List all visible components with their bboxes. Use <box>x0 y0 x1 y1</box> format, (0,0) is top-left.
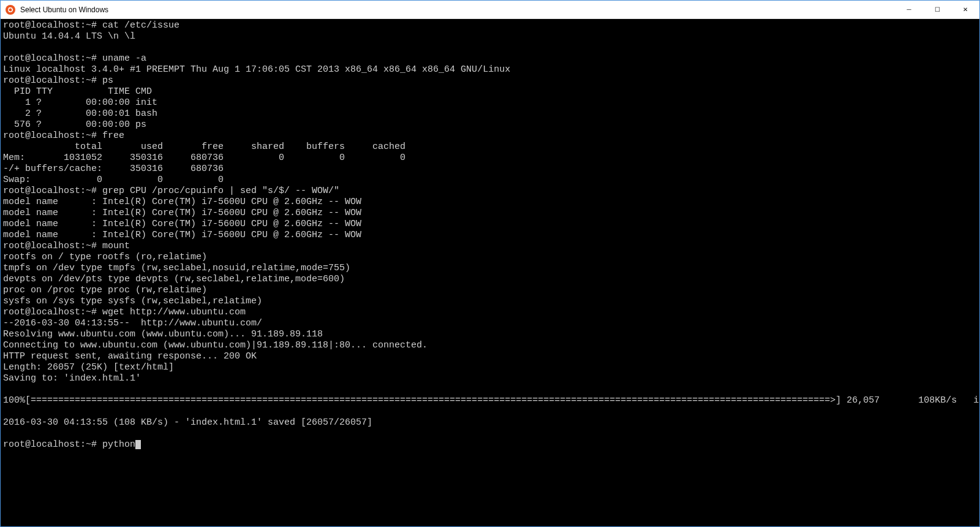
terminal-line: 576 ? 00:00:00 ps <box>3 119 977 131</box>
terminal-line: sysfs on /sys type sysfs (rw,seclabel,re… <box>3 296 977 307</box>
terminal-line: 2 ? 00:00:01 bash <box>3 108 977 119</box>
minimize-button[interactable]: ─ <box>895 1 923 18</box>
terminal-current-line[interactable]: root@localhost:~# python <box>3 439 977 450</box>
terminal-line <box>3 428 977 439</box>
window-title: Select Ubuntu on Windows <box>20 6 895 14</box>
terminal-line: Saving to: 'index.html.1' <box>3 373 977 384</box>
ubuntu-logo-icon <box>6 5 15 15</box>
terminal-line: Connecting to www.ubuntu.com (www.ubuntu… <box>3 340 977 351</box>
minimize-icon: ─ <box>907 6 911 13</box>
terminal-line: 100%[===================================… <box>3 395 977 406</box>
terminal-line: Mem: 1031052 350316 680736 0 0 0 <box>3 153 977 164</box>
terminal-line: root@localhost:~# ps <box>3 75 977 86</box>
terminal-line: Resolving www.ubuntu.com (www.ubuntu.com… <box>3 329 977 340</box>
current-input-text: python <box>102 439 135 450</box>
terminal-line: root@localhost:~# free <box>3 131 977 142</box>
terminal-line: PID TTY TIME CMD <box>3 86 977 97</box>
terminal-line: --2016-03-30 04:13:55-- http://www.ubunt… <box>3 318 977 329</box>
terminal-line: Ubuntu 14.04.4 LTS \n \l <box>3 31 977 42</box>
close-icon: ✕ <box>963 6 968 13</box>
terminal-line <box>3 42 977 53</box>
terminal-line: rootfs on / type rootfs (ro,relatime) <box>3 252 977 263</box>
close-button[interactable]: ✕ <box>951 1 979 18</box>
terminal-line: root@localhost:~# cat /etc/issue <box>3 20 977 31</box>
terminal-line: tmpfs on /dev type tmpfs (rw,seclabel,no… <box>3 263 977 274</box>
terminal-line: HTTP request sent, awaiting response... … <box>3 351 977 362</box>
maximize-button[interactable]: ☐ <box>923 1 951 18</box>
terminal-area[interactable]: root@localhost:~# cat /etc/issueUbuntu 1… <box>1 19 979 526</box>
terminal-line: model name : Intel(R) Core(TM) i7-5600U … <box>3 208 977 219</box>
terminal-line: Linux localhost 3.4.0+ #1 PREEMPT Thu Au… <box>3 64 977 75</box>
maximize-icon: ☐ <box>935 6 940 13</box>
terminal-line: root@localhost:~# wget http://www.ubuntu… <box>3 307 977 318</box>
svg-point-1 <box>12 9 13 10</box>
terminal-line: proc on /proc type proc (rw,relatime) <box>3 285 977 296</box>
app-window: Select Ubuntu on Windows ─ ☐ ✕ root@loca… <box>0 0 980 527</box>
terminal-line: 1 ? 00:00:00 init <box>3 97 977 108</box>
terminal-line: root@localhost:~# mount <box>3 241 977 252</box>
terminal-line <box>3 406 977 417</box>
terminal-line: root@localhost:~# grep CPU /proc/cpuinfo… <box>3 186 977 197</box>
terminal-line: devpts on /dev/pts type devpts (rw,secla… <box>3 274 977 285</box>
terminal-line: -/+ buffers/cache: 350316 680736 <box>3 164 977 175</box>
terminal-line: model name : Intel(R) Core(TM) i7-5600U … <box>3 197 977 208</box>
terminal-line: model name : Intel(R) Core(TM) i7-5600U … <box>3 219 977 230</box>
terminal-line: root@localhost:~# uname -a <box>3 53 977 64</box>
terminal-line: total used free shared buffers cached <box>3 142 977 153</box>
titlebar[interactable]: Select Ubuntu on Windows ─ ☐ ✕ <box>1 1 979 19</box>
terminal-line: Swap: 0 0 0 <box>3 175 977 186</box>
terminal-line: 2016-03-30 04:13:55 (108 KB/s) - 'index.… <box>3 417 977 428</box>
window-controls: ─ ☐ ✕ <box>895 1 979 18</box>
svg-point-3 <box>9 10 10 12</box>
prompt-text: root@localhost:~# <box>3 439 102 450</box>
text-cursor <box>135 440 141 449</box>
terminal-line <box>3 384 977 395</box>
terminal-line: Length: 26057 (25K) [text/html] <box>3 362 977 373</box>
terminal-line: model name : Intel(R) Core(TM) i7-5600U … <box>3 230 977 241</box>
svg-point-2 <box>9 7 10 9</box>
